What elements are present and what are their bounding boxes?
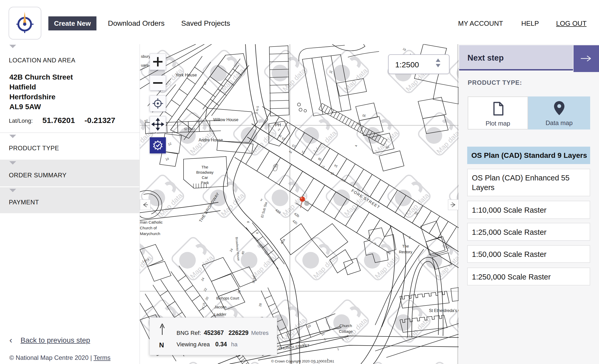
svg-text:Broadway House: Broadway House — [235, 237, 240, 261]
svg-text:10: 10 — [357, 121, 361, 126]
svg-text:31: 31 — [329, 70, 333, 74]
svg-text:19: 19 — [402, 47, 407, 51]
svg-text:6: 6 — [323, 337, 327, 341]
svg-text:9: 9 — [246, 221, 250, 223]
svg-text:St Etheldreda's C: St Etheldreda's C — [429, 308, 459, 313]
svg-text:2: 2 — [277, 128, 281, 132]
svg-text:22: 22 — [203, 287, 208, 292]
svg-text:Rectory: Rectory — [399, 250, 412, 254]
svg-text:15: 15 — [330, 171, 335, 176]
svg-text:29: 29 — [237, 290, 241, 294]
svg-text:Church: Church — [340, 323, 352, 328]
svg-text:42b: 42b — [293, 212, 300, 218]
svg-text:The: The — [402, 244, 409, 248]
svg-text:El Sub Sta: El Sub Sta — [260, 202, 268, 218]
svg-text:44: 44 — [288, 150, 293, 154]
svg-text:2: 2 — [336, 347, 340, 351]
svg-text:3: 3 — [408, 236, 411, 239]
svg-text:Broadway: Broadway — [196, 170, 214, 174]
svg-text:PH: PH — [275, 123, 281, 127]
svg-text:17: 17 — [321, 165, 325, 169]
svg-text:30: 30 — [362, 114, 366, 118]
svg-text:1: 1 — [374, 241, 377, 245]
svg-text:3: 3 — [259, 198, 263, 202]
svg-text:Car: Car — [202, 175, 208, 180]
svg-text:25: 25 — [281, 136, 286, 141]
svg-text:Andre House: Andre House — [199, 138, 223, 142]
svg-text:42c: 42c — [292, 219, 298, 225]
svg-text:THE BROADWAY: THE BROADWAY — [198, 192, 220, 223]
svg-text:© Crown Copyright 2020 OS 1000: © Crown Copyright 2020 OS 100031261 — [271, 359, 334, 363]
svg-text:Bishops Court: Bishops Court — [216, 296, 239, 300]
svg-text:21: 21 — [301, 150, 305, 155]
svg-text:Park: Park — [201, 180, 209, 185]
svg-text:Jacobs: Jacobs — [214, 305, 227, 309]
svg-text:38: 38 — [317, 157, 322, 162]
svg-text:York House: York House — [175, 73, 197, 77]
svg-text:24: 24 — [200, 277, 205, 282]
svg-text:Marychurch: Marychurch — [140, 231, 160, 236]
svg-text:20: 20 — [204, 296, 209, 301]
svg-text:man Catholic: man Catholic — [140, 220, 163, 224]
svg-text:24: 24 — [229, 248, 234, 253]
svg-text:17 15: 17 15 — [201, 302, 206, 310]
svg-text:uare: uare — [141, 63, 149, 67]
svg-text:6: 6 — [255, 232, 259, 234]
svg-text:26: 26 — [144, 119, 148, 123]
svg-text:19 to 25: 19 to 25 — [184, 127, 196, 131]
svg-text:18: 18 — [203, 81, 207, 86]
svg-text:1 to 5: 1 to 5 — [255, 106, 260, 114]
svg-text:The: The — [201, 165, 208, 169]
svg-text:12: 12 — [167, 142, 172, 146]
svg-text:Church of: Church of — [140, 226, 157, 230]
svg-text:Willow House: Willow House — [213, 118, 238, 122]
svg-text:28: 28 — [258, 303, 262, 307]
svg-text:Ladder: Ladder — [214, 312, 226, 316]
svg-text:Cottage: Cottage — [339, 329, 353, 334]
svg-text:34: 34 — [334, 164, 338, 168]
svg-text:4: 4 — [354, 145, 358, 147]
svg-text:sbury: sbury — [141, 54, 151, 58]
svg-text:14: 14 — [165, 157, 170, 161]
